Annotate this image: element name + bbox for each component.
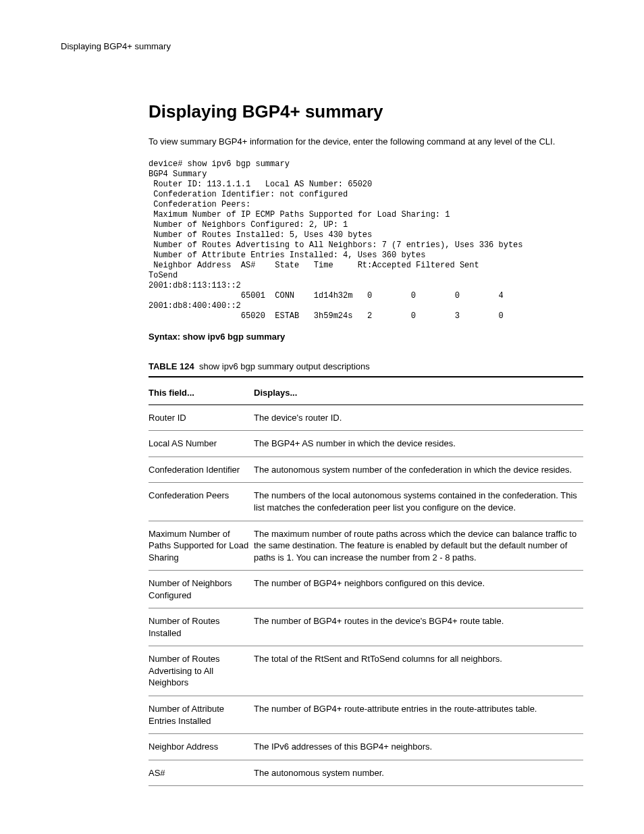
table-header-desc: Displays... [254, 382, 583, 405]
table-row: Maximum Number of Paths Supported for Lo… [149, 521, 583, 571]
table-cell-desc: The BGP4+ AS number in which the device … [254, 431, 583, 457]
table-cell-desc: The maximum number of route paths across… [254, 521, 583, 571]
table-row: Number of Attribute Entries InstalledThe… [149, 696, 583, 734]
table-cell-desc: The number of BGP4+ routes in the device… [254, 608, 583, 646]
table-row: Number of Neighbors ConfiguredThe number… [149, 571, 583, 608]
table-row: Router IDThe device's router ID. [149, 405, 583, 431]
table-number: TABLE 124 [149, 361, 194, 371]
table-cell-field: Confederation Peers [149, 483, 254, 521]
table-cell-field: Local AS Number [149, 431, 254, 457]
table-cell-desc: The numbers of the local autonomous syst… [254, 483, 583, 521]
table-caption-text: show ipv6 bgp summary output description… [199, 361, 370, 371]
section-title: Displaying BGP4+ summary [149, 100, 583, 124]
table-cell-field: Number of Neighbors Configured [149, 571, 254, 608]
table-cell-field: Neighbor Address [149, 734, 254, 760]
cli-output: device# show ipv6 bgp summary BGP4 Summa… [149, 159, 583, 321]
table-cell-field: Router ID [149, 405, 254, 431]
table-cell-desc: The total of the RtSent and RtToSend col… [254, 646, 583, 696]
table-row: Number of Routes Advertising to All Neig… [149, 646, 583, 696]
table-row: Number of Routes InstalledThe number of … [149, 608, 583, 646]
table-row: Local AS NumberThe BGP4+ AS number in wh… [149, 431, 583, 457]
syntax-line: Syntax: show ipv6 bgp summary [149, 331, 583, 343]
table-cell-desc: The device's router ID. [254, 405, 583, 431]
table-row: Confederation PeersThe numbers of the lo… [149, 483, 583, 521]
table-caption: TABLE 124 show ipv6 bgp summary output d… [149, 361, 583, 378]
table-cell-field: Maximum Number of Paths Supported for Lo… [149, 521, 254, 571]
table-row: AS#The autonomous system number. [149, 760, 583, 786]
table-cell-desc: The autonomous system number of the conf… [254, 457, 583, 483]
table-cell-field: Confederation Identifier [149, 457, 254, 483]
table-cell-field: AS# [149, 760, 254, 786]
table-row: Confederation IdentifierThe autonomous s… [149, 457, 583, 483]
table-cell-desc: The number of BGP4+ route-attribute entr… [254, 696, 583, 734]
output-description-table: This field... Displays... Router IDThe d… [149, 382, 583, 786]
table-cell-field: Number of Routes Advertising to All Neig… [149, 646, 254, 696]
table-cell-field: Number of Attribute Entries Installed [149, 696, 254, 734]
table-row: Neighbor AddressThe IPv6 addresses of th… [149, 734, 583, 760]
table-cell-desc: The number of BGP4+ neighbors configured… [254, 571, 583, 608]
intro-paragraph: To view summary BGP4+ information for th… [149, 136, 583, 148]
table-cell-desc: The autonomous system number. [254, 760, 583, 786]
table-header-field: This field... [149, 382, 254, 405]
table-cell-field: Number of Routes Installed [149, 608, 254, 646]
table-cell-desc: The IPv6 addresses of this BGP4+ neighbo… [254, 734, 583, 760]
running-head: Displaying BGP4+ summary [61, 41, 583, 53]
